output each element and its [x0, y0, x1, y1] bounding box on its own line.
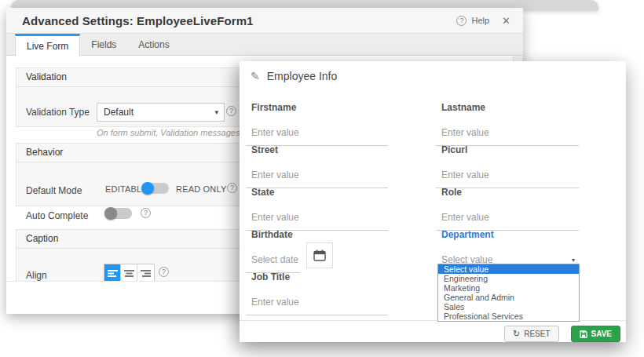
align-left-icon — [108, 269, 118, 278]
align-center-button[interactable] — [121, 264, 137, 282]
toggle-knob — [104, 207, 117, 220]
field-birthdate: Birthdate Select date — [246, 229, 388, 273]
employee-info-panel: ✎ Employee Info Firstname Enter value La… — [240, 61, 626, 342]
help-link[interactable]: Help — [471, 16, 489, 25]
street-placeholder: Enter value — [251, 169, 299, 180]
field-picurl: Picurl Enter value — [436, 144, 579, 188]
validation-help-icon[interactable]: ? — [226, 106, 236, 116]
field-street: Street Enter value — [246, 144, 388, 188]
tab-live-form[interactable]: Live Form — [15, 34, 80, 56]
align-button-group — [104, 264, 155, 282]
refresh-icon: ↻ — [513, 330, 520, 338]
default-mode-help-icon[interactable]: ? — [227, 183, 237, 193]
dropdown-option-sales[interactable]: Sales — [438, 302, 579, 311]
field-firstname: Firstname Enter value — [246, 102, 388, 146]
birthdate-input[interactable]: Select date — [246, 249, 300, 273]
validation-type-value: Default — [104, 107, 134, 118]
panel-title: Employee Info — [267, 70, 338, 82]
firstname-placeholder: Enter value — [251, 127, 299, 138]
validation-type-select[interactable]: Default ▾ — [97, 103, 225, 122]
job-title-input[interactable]: Enter value — [246, 291, 388, 315]
field-role: Role Enter value — [436, 187, 579, 231]
auto-complete-label: Auto Complete — [26, 210, 88, 221]
calendar-button[interactable] — [306, 242, 333, 268]
lastname-placeholder: Enter value — [441, 127, 489, 138]
picurl-label: Picurl — [436, 144, 579, 155]
firstname-label: Firstname — [246, 102, 388, 113]
field-job-title: Job Title Enter value — [246, 271, 388, 315]
auto-complete-help-icon[interactable]: ? — [141, 208, 151, 218]
firstname-input[interactable]: Enter value — [246, 122, 388, 146]
state-label: State — [246, 187, 388, 198]
dropdown-option-general-and-admin[interactable]: General and Admin — [438, 293, 579, 302]
birthdate-label: Birthdate — [246, 229, 388, 240]
help-icon[interactable]: ? — [456, 16, 467, 26]
job-title-label: Job Title — [246, 271, 388, 282]
save-button-label: SAVE — [591, 330, 613, 338]
validation-type-label: Validation Type — [26, 107, 90, 118]
auto-complete-toggle[interactable] — [105, 208, 132, 219]
tab-bar: Live Form Fields Actions — [6, 34, 523, 56]
pencil-icon[interactable]: ✎ — [251, 70, 260, 82]
reset-button[interactable]: ↻ RESET — [504, 326, 559, 342]
field-lastname: Lastname Enter value — [436, 102, 579, 146]
dropdown-option-engineering[interactable]: Engineering — [438, 274, 579, 283]
align-center-icon — [124, 269, 134, 278]
job-title-placeholder: Enter value — [251, 297, 299, 308]
reset-button-label: RESET — [524, 330, 550, 338]
state-input[interactable]: Enter value — [246, 206, 388, 231]
role-label: Role — [436, 187, 579, 198]
read-only-label: READ ONLY — [176, 184, 227, 194]
street-label: Street — [246, 144, 388, 155]
close-icon[interactable]: ✕ — [502, 15, 510, 27]
dropdown-option-professional-services[interactable]: Professional Services — [438, 311, 579, 321]
department-dropdown-list: Select value Engineering Marketing Gener… — [437, 264, 580, 322]
role-placeholder: Enter value — [441, 212, 489, 223]
tab-fields[interactable]: Fields — [80, 34, 127, 55]
toggle-knob — [141, 182, 154, 195]
lastname-input[interactable]: Enter value — [436, 122, 579, 146]
lastname-label: Lastname — [436, 102, 579, 113]
align-right-icon — [141, 269, 151, 278]
screen: Advanced Settings: EmployeeLiveForm1 ? H… — [0, 0, 644, 357]
align-left-button[interactable] — [104, 264, 121, 282]
default-mode-toggle[interactable] — [142, 183, 169, 194]
align-right-button[interactable] — [137, 264, 154, 282]
align-label: Align — [26, 270, 47, 281]
panel-header: ✎ Employee Info — [251, 70, 337, 82]
panel-footer: ↻ RESET SAVE — [240, 320, 626, 342]
select-caret-icon: ▾ — [214, 108, 218, 116]
birthdate-placeholder: Select date — [251, 254, 298, 265]
picurl-input[interactable]: Enter value — [436, 164, 579, 188]
department-caret-icon: ▾ — [572, 257, 575, 264]
state-placeholder: Enter value — [251, 212, 299, 223]
department-label: Department — [436, 229, 579, 240]
align-help-icon[interactable]: ? — [159, 267, 169, 277]
tab-actions[interactable]: Actions — [127, 34, 180, 55]
dialog-titlebar: Advanced Settings: EmployeeLiveForm1 ? H… — [6, 8, 523, 34]
save-button[interactable]: SAVE — [571, 326, 621, 342]
street-input[interactable]: Enter value — [246, 164, 388, 188]
calendar-icon — [313, 250, 326, 261]
dropdown-option-select-value[interactable]: Select value — [438, 264, 579, 274]
default-mode-label: Default Mode — [26, 185, 82, 196]
role-input[interactable]: Enter value — [436, 206, 579, 231]
dialog-title: Advanced Settings: EmployeeLiveForm1 — [22, 14, 254, 27]
field-state: State Enter value — [246, 187, 388, 231]
dropdown-option-marketing[interactable]: Marketing — [438, 283, 579, 293]
save-disk-icon — [580, 330, 587, 338]
picurl-placeholder: Enter value — [441, 169, 489, 180]
